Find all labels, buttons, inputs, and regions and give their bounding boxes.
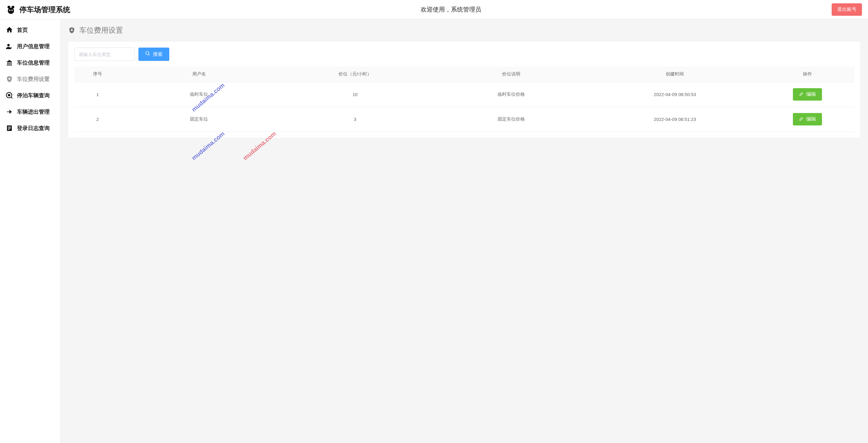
svg-point-2	[11, 5, 14, 8]
svg-point-11	[8, 78, 10, 80]
welcome-text: 欢迎使用，系统管理员	[421, 5, 481, 13]
spaces-icon	[5, 59, 13, 67]
svg-rect-10	[7, 65, 12, 65]
app-logo-icon	[6, 5, 16, 14]
sidebar-item-users[interactable]: 用户信息管理	[0, 38, 60, 55]
logout-button[interactable]: 退出账号	[832, 3, 862, 16]
shield-icon	[68, 26, 76, 34]
sidebar-item-label: 用户信息管理	[17, 43, 50, 50]
col-desc: 价位说明	[433, 66, 589, 82]
edit-button-label: 编辑	[806, 116, 816, 122]
sidebar-item-label: 车位信息管理	[17, 59, 50, 66]
sidebar: 首页 用户信息管理 车位信息管理 车位费用设置 停泊车辆查询	[0, 20, 61, 443]
content-card: 搜索 序号 用户名 价位（元/小时） 价位说明 创建时间 操作	[68, 41, 861, 138]
sidebar-item-fees[interactable]: 车位费用设置	[0, 71, 60, 87]
cell-name: 固定车位	[121, 107, 277, 132]
table-header-row: 序号 用户名 价位（元/小时） 价位说明 创建时间 操作	[74, 66, 855, 82]
svg-rect-7	[8, 62, 9, 64]
sidebar-item-spaces[interactable]: 车位信息管理	[0, 55, 60, 71]
svg-line-14	[11, 97, 12, 98]
sidebar-item-label: 车辆进出管理	[17, 108, 50, 115]
svg-line-21	[148, 54, 150, 55]
table-row: 2 固定车位 3 固定车位价格 2022-04-09 08:51:23 编辑	[74, 107, 855, 132]
fee-table: 序号 用户名 价位（元/小时） 价位说明 创建时间 操作 1 临时车位 10 临…	[74, 66, 855, 132]
svg-rect-8	[10, 62, 10, 64]
sidebar-item-parked[interactable]: 停泊车辆查询	[0, 87, 60, 104]
svg-point-0	[8, 7, 14, 14]
brand: 停车场管理系统	[6, 5, 70, 14]
cell-index: 1	[74, 82, 121, 107]
cell-name: 临时车位	[121, 82, 277, 107]
sidebar-item-home[interactable]: 首页	[0, 22, 60, 38]
search-button-label: 搜索	[153, 51, 163, 58]
topbar: 停车场管理系统 欢迎使用，系统管理员 退出账号	[0, 0, 868, 20]
edit-button[interactable]: 编辑	[793, 113, 822, 125]
svg-rect-6	[7, 62, 8, 64]
cell-index: 2	[74, 107, 121, 132]
svg-point-1	[7, 5, 10, 8]
sidebar-item-label: 停泊车辆查询	[17, 92, 50, 99]
log-icon	[5, 124, 13, 132]
shield-icon	[5, 75, 13, 83]
svg-point-4	[11, 9, 13, 10]
svg-point-5	[7, 44, 10, 47]
svg-rect-9	[11, 62, 11, 64]
col-action: 操作	[761, 66, 855, 82]
svg-rect-16	[8, 127, 11, 127]
svg-point-19	[71, 29, 73, 31]
svg-rect-17	[8, 128, 11, 128]
search-circle-icon	[5, 91, 13, 99]
app-title: 停车场管理系统	[20, 5, 70, 14]
sidebar-item-label: 车位费用设置	[17, 76, 50, 83]
sidebar-item-label: 登录日志查询	[17, 124, 50, 132]
svg-point-20	[146, 52, 149, 55]
edit-icon	[799, 116, 804, 122]
page-heading: 车位费用设置	[68, 25, 861, 35]
main-content: 车位费用设置 搜索 序号 用户名 价位（元/小时） 价	[61, 20, 868, 443]
search-bar: 搜索	[74, 48, 855, 61]
search-icon	[145, 51, 151, 58]
home-icon	[5, 26, 13, 34]
cell-desc: 固定车位价格	[433, 107, 589, 132]
page-title: 车位费用设置	[79, 25, 123, 35]
search-input[interactable]	[74, 48, 135, 61]
cell-desc: 临时车位价格	[433, 82, 589, 107]
col-index: 序号	[74, 66, 121, 82]
svg-rect-18	[8, 129, 10, 130]
cell-price: 3	[277, 107, 433, 132]
users-icon	[5, 42, 13, 50]
cell-price: 10	[277, 82, 433, 107]
cell-created: 2022-04-09 08:51:23	[589, 107, 761, 132]
sidebar-item-label: 首页	[17, 26, 28, 34]
svg-point-3	[9, 9, 10, 10]
table-row: 1 临时车位 10 临时车位价格 2022-04-09 08:50:53 编辑	[74, 82, 855, 107]
col-created: 创建时间	[589, 66, 761, 82]
col-name: 用户名	[121, 66, 277, 82]
arrow-right-icon	[5, 108, 13, 116]
search-button[interactable]: 搜索	[138, 48, 169, 61]
edit-icon	[799, 91, 804, 97]
sidebar-item-logs[interactable]: 登录日志查询	[0, 120, 60, 136]
edit-button-label: 编辑	[806, 91, 816, 97]
sidebar-item-inout[interactable]: 车辆进出管理	[0, 104, 60, 120]
cell-created: 2022-04-09 08:50:53	[589, 82, 761, 107]
edit-button[interactable]: 编辑	[793, 88, 822, 100]
col-price: 价位（元/小时）	[277, 66, 433, 82]
svg-point-13	[8, 94, 10, 96]
